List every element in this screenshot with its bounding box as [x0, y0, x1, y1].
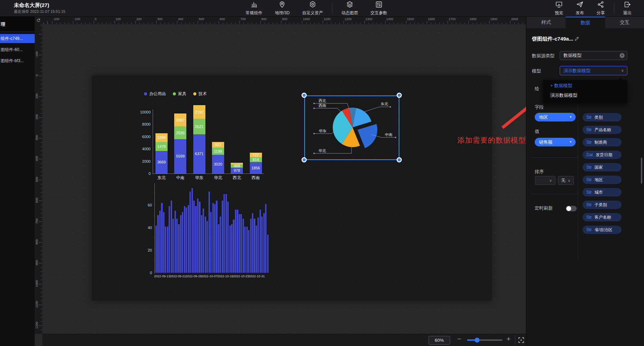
field-name: 省/自治区: [594, 227, 612, 233]
action-label: 退出: [623, 10, 632, 16]
field-type-badge: Str: [586, 115, 592, 120]
bar-segment: 2521: [193, 119, 205, 134]
data-model-option[interactable]: 演示数据模型: [550, 92, 577, 99]
add-data-model-option[interactable]: + 数据模型: [550, 83, 572, 89]
model-select[interactable]: 演示数据模型 ∨: [560, 66, 627, 75]
ruler-number: 1000: [35, 277, 39, 290]
zoom-out-button[interactable]: −: [457, 335, 461, 343]
fit-to-screen-button[interactable]: [518, 337, 525, 345]
histogram-bar: [205, 217, 206, 273]
legend-item[interactable]: 技术: [193, 91, 207, 97]
legend-item[interactable]: 办公用品: [144, 91, 166, 97]
field-name: 城市: [594, 189, 603, 195]
tool-sliders[interactable]: 交互参数: [364, 0, 393, 17]
tool-hexagon[interactable]: 自定义资产: [296, 0, 329, 17]
selection-handle[interactable]: [397, 157, 402, 162]
field-name: 制造商: [594, 140, 607, 145]
auto-refresh-toggle[interactable]: [566, 206, 577, 211]
legend-item[interactable]: 家具: [173, 91, 186, 97]
field-list-scrollbar[interactable]: [641, 158, 642, 184]
y-axis: [154, 183, 155, 274]
field-type-badge: Str: [586, 202, 592, 207]
chevron-down-icon: ∨: [621, 66, 624, 75]
horizontal-ruler: -200-10001002003004005006007008009001000…: [42, 17, 526, 24]
dimension-field-pill[interactable]: 地区 ▼: [535, 113, 576, 121]
layer-item[interactable]: 组件-c749...: [0, 34, 35, 43]
map-pin-icon: [278, 1, 286, 10]
histogram-bar: [229, 226, 231, 273]
tab-交互[interactable]: 交互: [605, 17, 644, 28]
histogram-bar: [237, 210, 238, 273]
sort-field-select[interactable]: ∨: [535, 176, 556, 185]
field-type-badge: Str: [586, 140, 592, 145]
last-saved: 最近保存 2022-11-07 15:51:15: [14, 9, 65, 14]
ruler-number: 1100: [35, 297, 39, 311]
bar-chart-icon: [250, 1, 258, 10]
histogram-bar: [212, 203, 214, 273]
rename-pencil-icon[interactable]: [574, 36, 579, 43]
zoom-slider-thumb[interactable]: [475, 338, 480, 343]
action-preview[interactable]: 预览: [549, 0, 569, 17]
datasource-type-input[interactable]: 数据模型 ✕: [560, 51, 627, 60]
selection-handle[interactable]: [397, 93, 402, 98]
layer-item[interactable]: 图组件-bf3...: [0, 56, 35, 65]
histogram-bar: [182, 212, 183, 273]
action-share[interactable]: 分享: [590, 0, 611, 17]
selection-handle[interactable]: [302, 157, 307, 162]
ruler-reset-button[interactable]: [35, 17, 42, 24]
field-pill[interactable]: Str子类别: [583, 201, 621, 209]
zoom-level-input[interactable]: 60%: [429, 336, 450, 345]
field-pill[interactable]: Str制造商: [583, 138, 621, 146]
histogram-bar: [169, 206, 170, 273]
field-pill[interactable]: Str省/自治区: [583, 226, 621, 234]
action-publish[interactable]: 发布: [569, 0, 590, 17]
field-pill[interactable]: Str城市: [583, 188, 621, 196]
x-date-label: 2022-09-21: [170, 275, 186, 278]
tool-layers[interactable]: 动态图层: [335, 0, 364, 17]
x-category-label: 华北: [209, 175, 228, 181]
clear-icon[interactable]: ✕: [620, 53, 625, 58]
ruler-number: -100: [74, 17, 80, 21]
field-pill[interactable]: Str国家: [583, 163, 621, 171]
field-pill[interactable]: Str类别: [583, 113, 621, 121]
sort-order-select[interactable]: 无 ∨: [558, 176, 574, 185]
field-pill[interactable]: Str地区: [583, 176, 621, 184]
x-date-label: 2022-10-07: [202, 275, 218, 278]
histogram-bar: [220, 217, 221, 273]
tool-map-pin[interactable]: 地理/3D: [269, 0, 296, 17]
bar-segment: 978: [231, 168, 243, 174]
action-label: 预览: [555, 10, 563, 16]
field-name: 地区: [594, 177, 603, 183]
panel-tabs: 样式数据交互: [526, 17, 644, 28]
artboard[interactable]: 0200040006000800010000366914791384东北5599…: [92, 76, 492, 301]
ruler-number: 0: [35, 68, 39, 82]
pie-chart-selected[interactable]: 东北中南华北华东西南西北: [304, 94, 404, 163]
zoom-in-button[interactable]: +: [507, 335, 510, 343]
tab-样式[interactable]: 样式: [526, 17, 566, 28]
field-name: 发货日期: [596, 152, 612, 158]
histogram-bar: [193, 201, 195, 273]
field-pill[interactable]: Str客户名称: [583, 213, 621, 221]
value-field-pill[interactable]: 销售额 ▼: [535, 138, 576, 146]
stacked-bar-chart[interactable]: 0200040006000800010000366914791384东北5599…: [139, 89, 264, 179]
ruler-number: 1400: [386, 17, 393, 21]
action-exit[interactable]: 退出: [617, 0, 638, 17]
bar-segment: 927: [212, 142, 224, 147]
zoom-slider[interactable]: [467, 339, 502, 341]
tab-数据[interactable]: 数据: [566, 17, 605, 28]
field-pill[interactable]: Dat发货日期: [583, 151, 621, 159]
field-type-badge: Dat: [586, 152, 593, 157]
field-pill[interactable]: Str产品名称: [583, 126, 621, 134]
chart-legend: 办公用品家具技术: [144, 91, 207, 97]
histogram-bar: [178, 224, 179, 273]
share-icon: [597, 1, 604, 10]
layer-list: 组件-c749...图组件-60...图组件-bf3...: [0, 34, 35, 65]
value-label: 值: [535, 128, 539, 135]
histogram-bar: [175, 211, 176, 273]
histogram-bar: [192, 188, 193, 273]
histogram-chart[interactable]: 02040602022-09-132022-09-212022-09-29202…: [142, 182, 274, 279]
tool-bar-chart[interactable]: 常规组件: [239, 0, 269, 17]
canvas[interactable]: 0200040006000800010000366914791384东北5599…: [42, 24, 526, 334]
selection-handle[interactable]: [302, 93, 307, 98]
layer-item[interactable]: 图组件-60...: [0, 45, 35, 54]
